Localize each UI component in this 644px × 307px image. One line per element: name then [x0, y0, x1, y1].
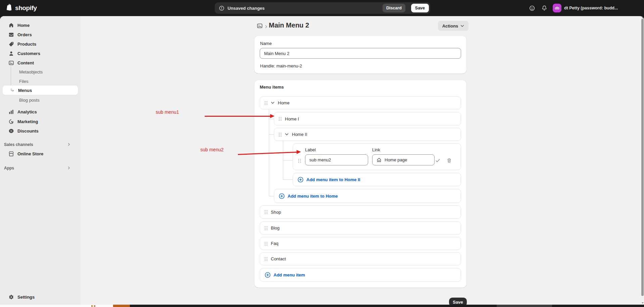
sales-channels-header[interactable]: Sales channels: [4, 140, 77, 149]
add-menu-item-to-home-ii-button[interactable]: Add menu item to Home II: [293, 173, 461, 186]
sidebar-item-orders[interactable]: Orders: [3, 30, 78, 39]
storefront-icon: [8, 151, 14, 157]
chevron-down-icon[interactable]: [285, 133, 289, 136]
link-field[interactable]: Home page: [372, 154, 435, 165]
chevron-right-icon: [67, 142, 70, 147]
shopify-logo[interactable]: shopify: [6, 4, 37, 12]
sidebar-item-blog-posts[interactable]: Blog posts: [3, 95, 78, 105]
top-bar: shopify Unsaved changes Discard Save db …: [0, 0, 644, 16]
confirm-button[interactable]: [434, 157, 441, 164]
drag-handle-icon[interactable]: [265, 101, 267, 105]
inbox-chat-button[interactable]: [527, 3, 537, 13]
app-frame: Home Orders Products Customers Content M…: [0, 16, 644, 307]
sidebar-item-label: Customers: [17, 51, 40, 56]
tree-connector: [269, 134, 274, 135]
label-field-heading: Label: [305, 147, 316, 152]
menu-items-card: Menu items Home Home I: [254, 80, 466, 288]
sidebar-item-metaobjects[interactable]: Metaobjects: [3, 67, 78, 76]
taskbar-edge-dot: [91, 305, 93, 307]
plus-circle-icon: [279, 193, 285, 199]
products-icon: [8, 41, 14, 47]
menu-name-input[interactable]: [260, 48, 461, 59]
sidebar-item-settings[interactable]: Settings: [3, 292, 78, 302]
sidebar-item-marketing[interactable]: Marketing: [3, 117, 78, 126]
discounts-icon: [8, 128, 14, 134]
scrollbar-thumb[interactable]: [641, 19, 644, 296]
sidebar-item-label: Metaobjects: [19, 69, 43, 74]
sidebar-item-label: Discounts: [17, 129, 39, 134]
menu-item-row-home[interactable]: Home: [260, 96, 461, 109]
save-button-top[interactable]: Save: [411, 4, 429, 12]
taskbar-edge-segment: [497, 305, 552, 307]
menu-item-row-home-i[interactable]: Home I: [274, 112, 461, 125]
add-button-label: Add menu item to Home II: [306, 177, 360, 182]
sidebar-item-analytics[interactable]: Analytics: [3, 107, 78, 116]
bell-icon: [541, 5, 547, 11]
menu-item-label: Faq: [271, 241, 278, 246]
chat-icon: [529, 5, 535, 11]
plus-circle-icon: [297, 176, 304, 183]
link-value: Home page: [385, 157, 407, 162]
sidebar-item-customers[interactable]: Customers: [3, 49, 78, 58]
sidebar-item-content[interactable]: Content: [3, 58, 78, 67]
drag-handle-icon[interactable]: [279, 133, 282, 137]
menu-item-row-faq[interactable]: Faq: [260, 237, 461, 250]
chevron-down-icon[interactable]: [271, 102, 275, 104]
sidebar-item-label: Settings: [17, 295, 35, 300]
drag-handle-icon[interactable]: [279, 117, 282, 121]
breadcrumb-separator-icon: [265, 24, 267, 30]
scrollbar-up-arrow[interactable]: [642, 17, 644, 18]
shopify-bag-icon: [6, 4, 13, 12]
sidebar-item-files[interactable]: Files: [3, 76, 78, 86]
drag-handle-icon[interactable]: [265, 242, 267, 246]
menu-items-title: Menu items: [260, 85, 284, 90]
menu-item-row-contact[interactable]: Contact: [260, 252, 461, 265]
alert-circle-icon: [219, 5, 225, 11]
add-button-label: Add menu item: [274, 272, 305, 277]
user-name[interactable]: dt Petty (password: budd...: [564, 6, 618, 10]
menu-item-row-shop[interactable]: Shop: [260, 205, 461, 219]
sidebar-item-label: Blog posts: [19, 98, 40, 103]
chevron-down-icon: [460, 25, 464, 27]
name-card: Name Handle: main-menu-2: [254, 36, 466, 73]
sales-channels-label: Sales channels: [4, 142, 33, 147]
content-breadcrumb-icon[interactable]: [257, 23, 263, 30]
menu-item-label-input[interactable]: [305, 154, 368, 165]
sidebar-item-discounts[interactable]: Discounts: [3, 126, 78, 136]
avatar[interactable]: db: [553, 4, 561, 12]
sidebar-item-label: Files: [19, 79, 28, 84]
menu-item-label: Blog: [271, 225, 280, 231]
add-menu-item-to-home-button[interactable]: Add menu item to Home: [274, 189, 461, 203]
menu-item-row-home-ii[interactable]: Home II: [274, 128, 461, 141]
menu-item-label: Home: [278, 100, 290, 105]
marketing-icon: [8, 118, 14, 124]
drag-handle-icon[interactable]: [298, 159, 301, 163]
name-field-label: Name: [260, 41, 272, 46]
link-field-heading: Link: [372, 147, 380, 152]
sidebar-item-menus-selected[interactable]: Menus: [3, 86, 78, 95]
plus-circle-icon: [264, 272, 271, 278]
sidebar-item-label: Menus: [18, 88, 32, 93]
unsaved-changes-label: Unsaved changes: [228, 6, 265, 11]
drag-handle-icon[interactable]: [265, 210, 267, 214]
shopify-admin-screen: shopify Unsaved changes Discard Save db …: [0, 0, 644, 307]
delete-button[interactable]: [446, 157, 452, 164]
tree-connector: [283, 180, 293, 180]
menu-item-row-blog[interactable]: Blog: [260, 221, 461, 235]
drag-handle-icon[interactable]: [265, 257, 267, 261]
sidebar-item-home[interactable]: Home: [3, 20, 78, 30]
apps-header[interactable]: Apps: [4, 163, 77, 173]
notifications-button[interactable]: [540, 3, 549, 13]
sidebar-item-online-store[interactable]: Online Store: [3, 149, 78, 158]
submenu-arrow-icon: [9, 87, 15, 93]
chevron-right-icon: [67, 166, 70, 170]
discard-button[interactable]: Discard: [383, 4, 405, 12]
drag-handle-icon[interactable]: [265, 226, 267, 230]
actions-label: Actions: [442, 23, 458, 29]
add-menu-item-button[interactable]: Add menu item: [260, 268, 461, 282]
sidebar-item-products[interactable]: Products: [3, 39, 78, 49]
scrollbar-down-arrow[interactable]: [642, 302, 644, 304]
home-link-icon: [377, 157, 382, 162]
actions-button[interactable]: Actions: [438, 21, 468, 31]
menu-item-label: Contact: [271, 256, 286, 261]
